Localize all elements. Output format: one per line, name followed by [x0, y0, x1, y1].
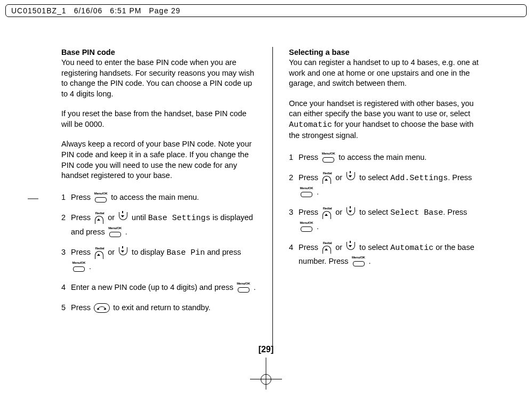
menu-ok-button-icon — [108, 228, 122, 237]
paragraph: You need to enter the base PIN code when… — [61, 58, 256, 99]
up-redial-button-icon — [321, 242, 332, 253]
menu-ok-button-icon — [300, 188, 313, 197]
step-number: 3 — [61, 246, 66, 259]
registration-circle-icon — [261, 374, 271, 385]
page-number: [29] — [0, 345, 532, 354]
step-5: 5 Press to exit and return to standby. — [61, 301, 256, 314]
step-number: 1 — [289, 151, 293, 164]
step-number: 5 — [61, 301, 66, 314]
step-3: 3 Press or to display Base Pin and press… — [61, 246, 256, 273]
print-header: UC01501BZ_1 6/16/06 6:51 PM Page 29 — [5, 4, 527, 17]
lcd-text: Select Base — [390, 208, 443, 217]
lcd-text: Automatic — [390, 244, 433, 253]
header-time: 6:51 PM — [110, 6, 141, 15]
step-number: 2 — [61, 211, 66, 224]
menu-ok-button-icon — [352, 257, 366, 266]
lcd-text: Base Settings — [148, 214, 211, 223]
registration-vertical-icon — [266, 358, 267, 390]
menu-ok-button-icon — [237, 283, 251, 293]
paragraph: Once your handset is registered with oth… — [289, 99, 484, 141]
step-4: 4 Enter a new PIN code (up to 4 digits) … — [61, 281, 256, 294]
step-1: 1 Press to access the main menu. — [61, 191, 256, 204]
menu-ok-button-icon — [94, 193, 108, 202]
lcd-text: Automatic — [289, 120, 332, 129]
registration-marks — [0, 358, 532, 390]
step-4: 4 Press or to select Automatic or the ba… — [289, 241, 484, 268]
end-call-button-icon — [94, 303, 110, 313]
step-2: 2 Press or to select Add.Settings. Press… — [289, 171, 484, 198]
step-3: 3 Press or to select Select Base. Press … — [289, 206, 484, 233]
paragraph: Always keep a record of your base PIN co… — [61, 139, 256, 181]
paragraph: If you reset the base from the handset, … — [61, 109, 256, 129]
header-page: Page 29 — [149, 6, 180, 15]
heading-selecting-base: Selecting a base — [289, 48, 484, 56]
step-number: 4 — [289, 241, 293, 254]
down-button-icon — [118, 213, 128, 223]
menu-ok-button-icon — [72, 262, 86, 272]
down-button-icon — [345, 173, 356, 183]
step-number: 1 — [61, 191, 66, 204]
page-content: Base PIN code You need to enter the base… — [0, 32, 532, 349]
down-button-icon — [345, 208, 356, 218]
down-button-icon — [118, 248, 128, 258]
step-number: 2 — [289, 171, 293, 184]
menu-ok-button-icon — [321, 153, 335, 163]
step-number: 4 — [61, 281, 66, 294]
menu-ok-button-icon — [300, 222, 313, 232]
lcd-text: Add.Settings — [390, 174, 448, 183]
up-redial-button-icon — [321, 208, 332, 218]
step-1: 1 Press to access the main menu. — [289, 151, 484, 164]
down-button-icon — [345, 242, 356, 253]
up-redial-button-icon — [94, 248, 104, 258]
up-redial-button-icon — [321, 173, 332, 183]
lcd-text: Base Pin — [166, 248, 205, 257]
header-date: 6/16/06 — [74, 6, 103, 15]
left-column: Base PIN code You need to enter the base… — [51, 48, 272, 349]
right-column: Selecting a base You can register a hand… — [273, 48, 495, 349]
paragraph: You can register a handset to up to 4 ba… — [289, 58, 484, 89]
step-number: 3 — [289, 206, 293, 219]
header-filename: UC01501BZ_1 — [11, 6, 67, 15]
up-redial-button-icon — [94, 213, 104, 223]
step-2: 2 Press or until Base Settings is displa… — [61, 211, 256, 238]
heading-base-pin: Base PIN code — [61, 48, 256, 56]
